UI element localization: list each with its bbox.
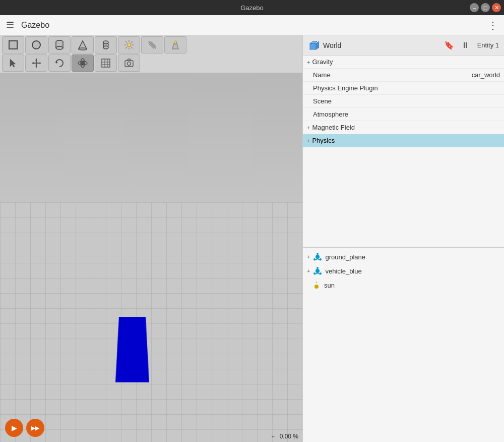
rotate-tool-button[interactable] (48, 54, 71, 72)
playback-controls: ▶ ▶▶ (5, 419, 44, 437)
magnetic-field-expand-icon: + (307, 125, 310, 131)
svg-point-55 (317, 267, 319, 269)
screenshot-tool-button[interactable] (118, 54, 140, 72)
pause-icon[interactable]: ⏸ (461, 41, 469, 50)
gravity-item[interactable]: + Gravity (303, 56, 504, 69)
svg-point-33 (81, 61, 85, 65)
grid-area (0, 202, 302, 442)
ground-plane-expand-icon: + (307, 254, 310, 260)
right-panel: World 🔖 ⏸ Entity 1 + Gravity Name car_wo… (302, 35, 504, 442)
svg-rect-44 (310, 43, 316, 49)
name-value: car_world (472, 71, 500, 79)
svg-marker-28 (35, 59, 37, 61)
svg-point-10 (103, 41, 108, 44)
select-tool-button[interactable] (2, 54, 24, 72)
svg-rect-43 (0, 202, 302, 442)
cone-tool-button[interactable] (72, 36, 94, 53)
sky-area (0, 73, 302, 202)
minimize-button[interactable]: – (470, 3, 479, 12)
toolbar-row2 (2, 54, 300, 72)
sphere-tool-button[interactable] (25, 36, 47, 53)
magnetic-field-item[interactable]: + Magnetic Field (303, 121, 504, 134)
world-label: World (323, 41, 440, 49)
physics-label: Physics (312, 137, 335, 144)
svg-line-20 (125, 47, 127, 49)
window-title: Gazebo (240, 4, 264, 12)
translate-tool-button[interactable] (25, 54, 47, 72)
main-layout: ▶ ▶▶ ← 0.00 % World 🔖 ⏸ (0, 35, 504, 442)
svg-marker-32 (56, 61, 58, 64)
physics-engine-label: Physics Engine Plugin (313, 84, 378, 92)
svg-marker-31 (39, 62, 41, 64)
physics-item[interactable]: + Physics (303, 134, 504, 147)
more-menu-button[interactable]: ⋮ (486, 17, 500, 33)
svg-line-17 (125, 41, 127, 43)
scene-item[interactable]: Scene (303, 95, 504, 108)
svg-marker-25 (172, 44, 178, 49)
maximize-button[interactable]: □ (481, 3, 490, 12)
orbit-tool-button[interactable] (72, 54, 94, 72)
world-cube-icon (308, 40, 319, 51)
svg-point-42 (128, 62, 131, 66)
toolbar (0, 35, 302, 73)
directional-light-tool-button[interactable] (141, 36, 163, 53)
box-tool-button[interactable] (2, 36, 24, 53)
name-label: Name (313, 71, 331, 79)
fast-forward-button[interactable]: ▶▶ (26, 419, 44, 437)
toolbar-row1 (2, 36, 300, 53)
svg-marker-45 (310, 41, 317, 43)
point-light-tool-button[interactable] (118, 36, 140, 53)
physics-engine-item[interactable]: Physics Engine Plugin (303, 82, 504, 95)
svg-point-11 (103, 46, 108, 49)
sun-label: sun (324, 282, 335, 289)
atmosphere-label: Atmosphere (313, 111, 348, 118)
app-title: Gazebo (21, 21, 49, 30)
ground-plane-entity[interactable]: + ground_plane (303, 250, 504, 264)
svg-marker-29 (35, 66, 37, 68)
viewport[interactable]: ▶ ▶▶ ← 0.00 % (0, 73, 302, 442)
entities-tree: + ground_plane + (303, 248, 504, 442)
entity-header-label: Entity 1 (477, 41, 499, 49)
vehicle-blue-entity[interactable]: + vehicle_blue (303, 264, 504, 278)
atmosphere-item[interactable]: Atmosphere (303, 108, 504, 121)
properties-tree: + Gravity Name car_world Physics Engine … (303, 56, 504, 247)
capsule-tool-button[interactable] (95, 36, 117, 53)
physics-expand-icon: + (307, 138, 310, 144)
vehicle-blue-label: vehicle_blue (325, 267, 361, 275)
play-button[interactable]: ▶ (5, 419, 23, 437)
svg-point-4 (56, 46, 63, 49)
svg-point-8 (79, 48, 87, 50)
vehicle-blue-icon (313, 266, 322, 275)
sun-entity[interactable]: sun (303, 278, 504, 292)
close-button[interactable]: ✕ (492, 3, 501, 12)
svg-rect-36 (102, 59, 110, 67)
magnetic-field-label: Magnetic Field (312, 124, 355, 131)
gravity-expand-icon: + (307, 59, 310, 65)
svg-point-48 (317, 253, 319, 255)
left-panel: ▶ ▶▶ ← 0.00 % (0, 35, 302, 442)
name-item[interactable]: Name car_world (303, 69, 504, 82)
svg-rect-0 (9, 41, 17, 49)
vehicle-3d-shape (115, 317, 149, 382)
hamburger-menu-button[interactable]: ☰ (4, 18, 16, 33)
spot-light-tool-button[interactable] (164, 36, 186, 53)
svg-line-19 (132, 41, 133, 43)
svg-line-18 (132, 47, 133, 49)
bookmark-icon[interactable]: 🔖 (444, 40, 454, 50)
progress-text: 0.00 % (280, 433, 298, 440)
titlebar-controls: – □ ✕ (470, 3, 501, 12)
ground-plane-label: ground_plane (325, 253, 365, 261)
grid-tool-button[interactable] (95, 54, 117, 72)
svg-point-1 (32, 41, 40, 49)
svg-marker-46 (316, 41, 319, 49)
viewport-overlay: ← 0.00 % (267, 431, 302, 442)
svg-point-12 (127, 43, 131, 47)
vehicle-blue-expand-icon: + (307, 268, 310, 274)
scene-label: Scene (313, 97, 332, 105)
gravity-label: Gravity (312, 58, 333, 66)
svg-point-24 (174, 41, 177, 44)
cylinder-tool-button[interactable] (48, 36, 71, 53)
sun-icon (312, 281, 321, 290)
ground-plane-icon (313, 252, 322, 261)
svg-point-61 (314, 285, 319, 289)
